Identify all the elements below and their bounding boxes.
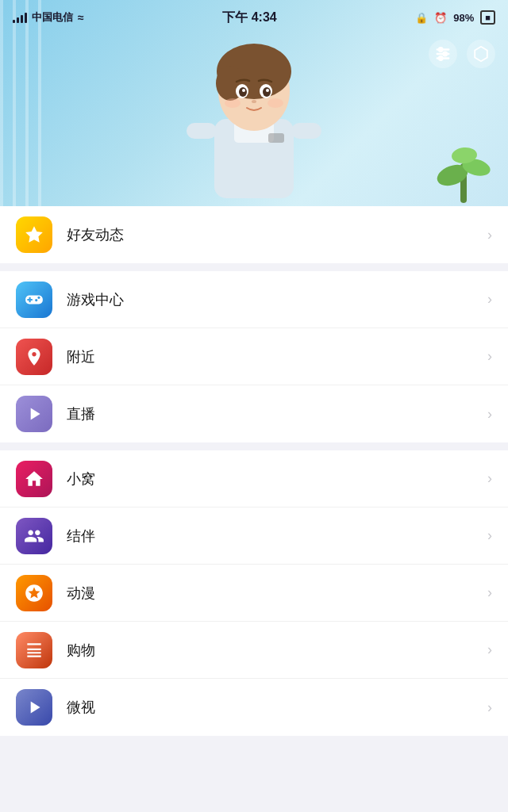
friends-feed-label: 好友动态 [67,225,487,244]
partner-icon [16,518,52,554]
carrier-label: 中国电信 [32,10,73,25]
svg-rect-23 [291,123,321,139]
svg-point-18 [266,89,269,92]
avatar-svg [175,16,333,206]
menu-group-1: 好友动态 › [0,206,508,263]
menu-item-nest[interactable]: 小窝 › [0,450,508,508]
time-display: 下午 4:34 [222,10,276,26]
menu-group-3: 小窝 › 结伴 › 动漫 › 购物 › [0,450,508,736]
menu-item-friends-feed[interactable]: 好友动态 › [0,206,508,263]
shop-label: 购物 [67,641,487,660]
plant-decoration [437,132,492,206]
nearby-icon [16,339,52,375]
svg-point-15 [239,87,247,97]
status-left: 中国电信 ≈ [13,10,84,25]
menu-item-partner[interactable]: 结伴 › [0,508,508,565]
settings-icon-btn[interactable] [429,40,457,68]
hero-banner: 中国电信 ≈ 下午 4:34 🔒 ⏰ 98% ■ [0,0,508,206]
friends-feed-chevron: › [487,227,492,243]
svg-point-5 [439,56,443,60]
hero-controls [429,40,495,68]
profile-icon-btn[interactable] [467,40,495,68]
menu-item-nearby[interactable]: 附近 › [0,328,508,385]
anime-chevron: › [487,584,492,601]
game-center-label: 游戏中心 [67,290,487,309]
weishi-icon [16,689,52,726]
menu-item-live[interactable]: 直播 › [0,385,508,442]
game-center-chevron: › [487,291,492,308]
live-icon [16,396,52,432]
divider-2 [0,442,508,450]
svg-point-16 [263,87,271,97]
signal-bars [13,12,27,23]
battery-label: 98% [453,12,474,24]
divider-1 [0,263,508,271]
svg-point-3 [439,48,443,52]
anime-icon [16,575,52,611]
lock-icon: 🔒 [415,12,428,24]
menu-item-weishi[interactable]: 微视 › [0,679,508,736]
status-right: 🔒 ⏰ 98% ■ [415,10,495,25]
shop-chevron: › [487,642,492,658]
nest-label: 小窝 [67,469,487,488]
anime-label: 动漫 [67,584,487,603]
svg-point-21 [267,98,283,108]
nearby-label: 附近 [67,347,487,366]
weishi-label: 微视 [67,698,487,717]
weishi-chevron: › [487,699,492,716]
status-bar: 中国电信 ≈ 下午 4:34 🔒 ⏰ 98% ■ [0,0,508,35]
menu-item-game-center[interactable]: 游戏中心 › [0,271,508,328]
game-center-icon [16,282,52,318]
partner-chevron: › [487,527,492,544]
wifi-icon: ≈ [78,11,84,24]
svg-point-20 [225,98,241,108]
alarm-icon: ⏰ [434,12,447,24]
svg-point-17 [242,89,245,92]
svg-rect-24 [268,133,284,143]
nearby-chevron: › [487,348,492,365]
menu-group-2: 游戏中心 › 附近 › 直播 › [0,271,508,442]
partner-label: 结伴 [67,527,487,546]
nest-icon [16,461,52,497]
live-label: 直播 [67,404,487,423]
menu-item-anime[interactable]: 动漫 › [0,565,508,622]
nest-chevron: › [487,470,492,487]
menu-item-shop[interactable]: 购物 › [0,622,508,679]
battery-icon: ■ [480,10,495,25]
shop-icon [16,632,52,668]
friends-feed-icon [16,216,52,253]
svg-rect-22 [187,123,217,139]
svg-point-19 [252,100,256,103]
avatar-container [167,16,341,206]
svg-marker-6 [475,47,487,61]
live-chevron: › [487,406,492,423]
menu-section: 好友动态 › 游戏中心 › 附近 › 直播 › [0,206,508,736]
svg-point-4 [443,52,447,56]
